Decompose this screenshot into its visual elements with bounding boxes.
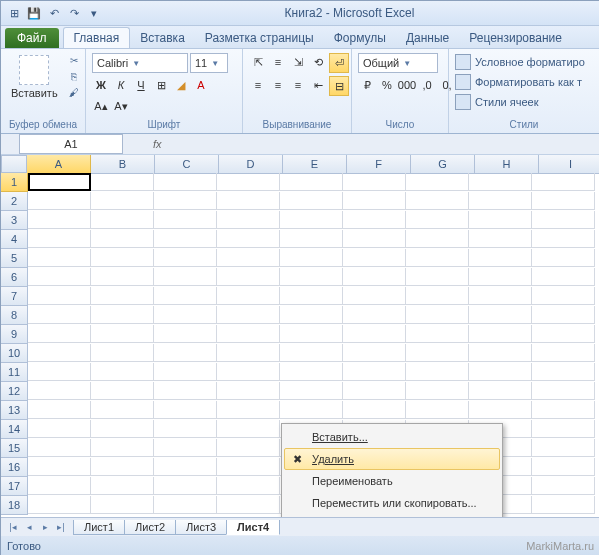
cell[interactable]: [532, 401, 595, 419]
cell[interactable]: [28, 401, 91, 419]
cell[interactable]: [532, 439, 595, 457]
redo-icon[interactable]: ↷: [65, 4, 83, 22]
row-header[interactable]: 2: [1, 192, 28, 211]
format-as-table-button[interactable]: Форматировать как т: [455, 73, 582, 91]
cell[interactable]: [406, 306, 469, 324]
qat-dropdown-icon[interactable]: ▾: [85, 4, 103, 22]
cell[interactable]: [217, 420, 280, 438]
italic-button[interactable]: К: [112, 76, 130, 94]
column-header[interactable]: I: [539, 155, 599, 174]
cell[interactable]: [469, 306, 532, 324]
cell[interactable]: [469, 192, 532, 210]
row-header[interactable]: 10: [1, 344, 28, 363]
fx-icon[interactable]: fx: [153, 138, 162, 150]
cell[interactable]: [217, 325, 280, 343]
tab-data[interactable]: Данные: [396, 28, 459, 48]
cell[interactable]: [217, 477, 280, 495]
column-header[interactable]: A: [27, 155, 91, 174]
cell[interactable]: [154, 401, 217, 419]
cell[interactable]: [469, 268, 532, 286]
cell[interactable]: [406, 192, 469, 210]
cell[interactable]: [532, 287, 595, 305]
cell[interactable]: [280, 306, 343, 324]
cell[interactable]: [343, 382, 406, 400]
cell[interactable]: [154, 287, 217, 305]
excel-icon[interactable]: ⊞: [5, 4, 23, 22]
cell[interactable]: [28, 287, 91, 305]
cell[interactable]: [343, 363, 406, 381]
row-header[interactable]: 18: [1, 496, 28, 515]
align-top-icon[interactable]: ⇱: [249, 53, 267, 71]
shrink-font-icon[interactable]: A▾: [112, 97, 130, 115]
row-header[interactable]: 11: [1, 363, 28, 382]
cell[interactable]: [91, 287, 154, 305]
row-header[interactable]: 3: [1, 211, 28, 230]
cell[interactable]: [532, 496, 595, 514]
ctx-delete[interactable]: ✖Удалить: [284, 448, 500, 470]
cell[interactable]: [532, 306, 595, 324]
cell[interactable]: [28, 382, 91, 400]
align-middle-icon[interactable]: ≡: [269, 53, 287, 71]
cell[interactable]: [28, 477, 91, 495]
cell[interactable]: [406, 287, 469, 305]
cell[interactable]: [91, 439, 154, 457]
cell[interactable]: [469, 344, 532, 362]
cell[interactable]: [343, 192, 406, 210]
cell[interactable]: [28, 249, 91, 267]
cell[interactable]: [28, 192, 91, 210]
font-size-combo[interactable]: 11▼: [190, 53, 228, 73]
cell[interactable]: [28, 230, 91, 248]
cell[interactable]: [406, 249, 469, 267]
cell[interactable]: [280, 268, 343, 286]
cell[interactable]: [406, 325, 469, 343]
sheet-nav-first-icon[interactable]: |◂: [5, 520, 21, 534]
cell[interactable]: [343, 211, 406, 229]
cell[interactable]: [280, 249, 343, 267]
cell[interactable]: [280, 211, 343, 229]
cell[interactable]: [343, 249, 406, 267]
cell[interactable]: [217, 211, 280, 229]
currency-icon[interactable]: ₽: [358, 76, 376, 94]
cell[interactable]: [280, 287, 343, 305]
cell[interactable]: [280, 173, 343, 191]
cell[interactable]: [154, 439, 217, 457]
cell[interactable]: [532, 382, 595, 400]
row-header[interactable]: 7: [1, 287, 28, 306]
cell[interactable]: [406, 344, 469, 362]
cell[interactable]: [343, 306, 406, 324]
column-header[interactable]: E: [283, 155, 347, 174]
cell[interactable]: [28, 439, 91, 457]
cell[interactable]: [217, 173, 280, 191]
cell[interactable]: [343, 268, 406, 286]
cell[interactable]: [217, 458, 280, 476]
sheet-nav-prev-icon[interactable]: ◂: [21, 520, 37, 534]
cell[interactable]: [406, 268, 469, 286]
cell[interactable]: [217, 496, 280, 514]
cell[interactable]: [217, 382, 280, 400]
cell[interactable]: [154, 211, 217, 229]
cell[interactable]: [154, 325, 217, 343]
cell[interactable]: [154, 344, 217, 362]
sheet-nav-last-icon[interactable]: ▸|: [53, 520, 69, 534]
number-format-combo[interactable]: Общий▼: [358, 53, 438, 73]
cell[interactable]: [280, 230, 343, 248]
cell[interactable]: [469, 230, 532, 248]
row-header[interactable]: 17: [1, 477, 28, 496]
cell[interactable]: [532, 420, 595, 438]
cell[interactable]: [469, 249, 532, 267]
cell[interactable]: [154, 173, 217, 191]
cell[interactable]: [343, 230, 406, 248]
cell[interactable]: [154, 192, 217, 210]
cell[interactable]: [469, 325, 532, 343]
cell[interactable]: [532, 268, 595, 286]
row-header[interactable]: 15: [1, 439, 28, 458]
cell[interactable]: [28, 496, 91, 514]
cell[interactable]: [280, 344, 343, 362]
cell[interactable]: [217, 344, 280, 362]
align-left-icon[interactable]: ≡: [249, 76, 267, 94]
ctx-rename[interactable]: Переименовать: [284, 470, 500, 492]
row-header[interactable]: 16: [1, 458, 28, 477]
column-header[interactable]: C: [155, 155, 219, 174]
cell[interactable]: [343, 401, 406, 419]
undo-icon[interactable]: ↶: [45, 4, 63, 22]
